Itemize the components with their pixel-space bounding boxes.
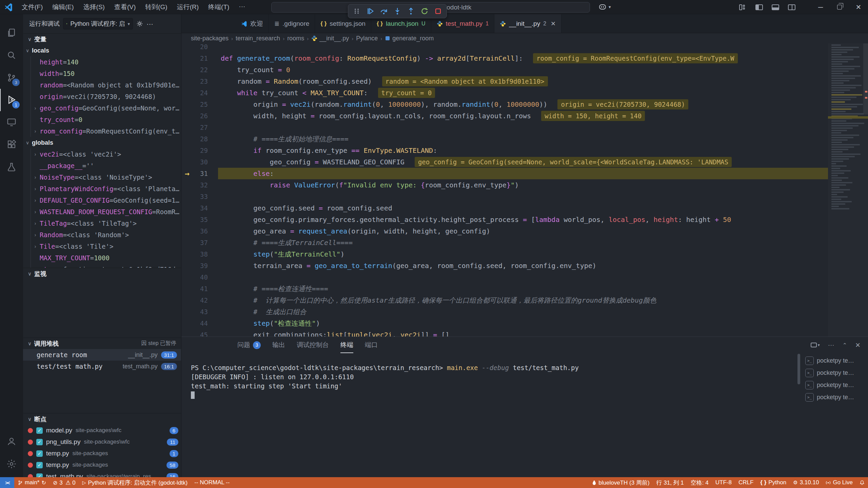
variable-row[interactable]: MAX_TRY_COUNT = 1000 [31, 252, 181, 264]
menu-item-1[interactable]: 编辑(E) [48, 1, 78, 13]
breadcrumb-item[interactable]: site-packages [191, 35, 229, 42]
breadcrumb[interactable]: site-packages›terrain_research›rooms›__i… [181, 33, 868, 43]
breadcrumb-item[interactable]: __init__.py [311, 35, 349, 42]
stop-button[interactable] [432, 5, 444, 17]
variable-row[interactable]: ›DEFAULT_GEO_CONFIG = GeoConfig(seed=1… [31, 195, 181, 206]
call-stack-frame[interactable]: test/test_math.pytest_math.py16:1 [23, 361, 181, 372]
minimize-button[interactable]: ─ [811, 0, 830, 14]
terminal-session-item[interactable]: >_pocketpy te… [803, 379, 866, 391]
status-braces-icon[interactable]: { }Python [757, 477, 790, 488]
activity-search[interactable] [0, 44, 23, 66]
watch-section-header[interactable]: ∨ 监视 [23, 268, 181, 279]
activity-files[interactable] [0, 22, 23, 44]
status----normal---[interactable]: -- NORMAL -- [191, 477, 233, 488]
status---31----1[interactable]: 行 31, 列 1 [653, 477, 687, 488]
activity-account[interactable] [0, 430, 23, 453]
status-python-env-icon[interactable]: ⚙3.10.10 [790, 477, 822, 488]
breakpoints-section-header[interactable]: ∨ 断点 [23, 413, 181, 425]
remote-indicator[interactable]: >< [0, 477, 14, 488]
activity-settings-gear[interactable] [0, 453, 23, 475]
status-debug-run-icon[interactable]: ▷Python 调试程序: 启动文件 (godot-ldtk) [79, 477, 191, 488]
step-over-button[interactable] [378, 5, 390, 17]
terminal[interactable]: PS C:\computer_science\godot-ldtk\site-p… [181, 353, 868, 477]
panel-tab-问题[interactable]: 问题3 [237, 337, 261, 353]
status-utf-8[interactable]: UTF-8 [712, 477, 735, 488]
tab-.gdignore[interactable]: ≣.gdignore [269, 14, 315, 33]
maximize-panel-icon[interactable]: ⌃ [843, 342, 847, 348]
tab-[interactable]: 欢迎 [236, 14, 269, 33]
toggle-sidebar-icon[interactable] [755, 4, 763, 10]
status-errors-warnings-icon[interactable]: ⊘3 ⚠ 0 [50, 477, 79, 488]
toggle-panel-icon[interactable] [772, 4, 779, 10]
toggle-secondary-sidebar-icon[interactable] [788, 4, 795, 10]
editor-gutter[interactable]: 202122232425262728293031→323334353637383… [181, 43, 218, 337]
minimap-slider[interactable] [863, 43, 868, 115]
panel-tab-终端[interactable]: 终端 [340, 337, 353, 353]
variable-row[interactable]: ›Random = <class 'Random'> [31, 229, 181, 241]
variable-row[interactable]: stop = <function stop at 0x1bf8cd716d [31, 264, 181, 268]
variable-row[interactable]: ›PlanetaryWindConfig = <class 'Planeta… [31, 183, 181, 195]
activity-testing[interactable] [0, 156, 23, 178]
status-crlf[interactable]: CRLF [735, 477, 757, 488]
variable-row[interactable]: ›WASTELAND_ROOM_REQUEST_CONFIG = RoomR… [31, 206, 181, 218]
terminal-session-item[interactable]: >_pocketpy te… [803, 391, 866, 403]
menu-item-7[interactable]: ··· [235, 1, 249, 13]
panel-tab-端口[interactable]: 端口 [365, 337, 378, 353]
menu-item-6[interactable]: 终端(T) [204, 1, 233, 13]
variable-row[interactable]: random = <Random object at 0x1bf9d01e… [31, 79, 181, 91]
close-button[interactable]: ✕ [849, 0, 868, 14]
continue-button[interactable] [364, 5, 376, 17]
customize-layout-icon[interactable] [739, 4, 747, 10]
variable-row[interactable]: ›room_config = RoomRequestConfig(env_t… [31, 125, 181, 137]
menu-item-2[interactable]: 选择(S) [79, 1, 109, 13]
more-actions-icon[interactable]: ··· [146, 20, 153, 28]
copilot-button[interactable]: ▾ [598, 3, 611, 11]
variable-row[interactable]: origin = vec2i(7205730, 9024468) [31, 91, 181, 102]
status-----4[interactable]: 空格: 4 [687, 477, 712, 488]
terminal-scrollbar[interactable] [797, 354, 800, 384]
breakpoint-row[interactable]: ✓png_utils.pysite-packages\wfc11 [23, 436, 181, 448]
activity-remote-explorer[interactable] [0, 111, 23, 134]
variable-scope-row[interactable]: ∨locals [23, 45, 181, 56]
breakpoint-row[interactable]: ✓temp.pysite-packages58 [23, 459, 181, 471]
variable-row[interactable]: ›vec2i = <class 'vec2i'> [31, 148, 181, 160]
breadcrumb-item[interactable]: generate_room [385, 35, 434, 42]
menu-item-0[interactable]: 文件(F) [18, 1, 47, 13]
terminal-session-item[interactable]: >_pocketpy te… [803, 354, 866, 367]
status-git-branch-icon[interactable]: main*↻ [14, 477, 50, 488]
variables-section-header[interactable]: ∨ 变量 [23, 33, 181, 45]
call-stack-frame[interactable]: generate_room__init__.py31:1 [23, 349, 181, 361]
breakpoint-checkbox[interactable]: ✓ [36, 462, 43, 468]
breakpoint-checkbox[interactable]: ✓ [36, 450, 43, 457]
status-bell-icon[interactable] [856, 477, 868, 488]
variable-row[interactable]: try_count = 0 [31, 114, 181, 125]
status-go-live-icon[interactable]: Go Live [822, 477, 856, 488]
panel-tab-调试控制台[interactable]: 调试控制台 [297, 337, 329, 353]
step-out-button[interactable] [405, 5, 417, 17]
terminal-session-item[interactable]: >_pocketpy te… [803, 367, 866, 379]
breadcrumb-item[interactable]: Pylance [356, 35, 378, 42]
minimap[interactable] [828, 43, 868, 337]
gear-icon[interactable] [136, 20, 143, 27]
panel-tab-输出[interactable]: 输出 [272, 337, 285, 353]
close-tab-icon[interactable]: ✕ [551, 20, 556, 27]
activity-extensions[interactable] [0, 134, 23, 156]
activity-source-control[interactable]: 3 [0, 66, 23, 89]
variable-row[interactable]: ›geo_config = GeoConfig(seed=None, wor… [31, 102, 181, 114]
menu-item-5[interactable]: 运行(R) [173, 1, 203, 13]
variable-row[interactable]: ›Tile = <class 'Tile'> [31, 241, 181, 252]
variable-row[interactable]: height = 140 [31, 56, 181, 68]
variable-row[interactable]: ›NoiseType = <class 'NoiseType'> [31, 171, 181, 183]
breakpoint-row[interactable]: ✓model.pysite-packages\wfc6 [23, 425, 181, 436]
breakpoint-checkbox[interactable]: ✓ [36, 427, 43, 434]
variable-row[interactable]: ›TileTag = <class 'TileTag'> [31, 218, 181, 229]
close-panel-icon[interactable]: ✕ [855, 341, 861, 349]
status-commit-author-icon[interactable]: blueloveTH (3 周前) [589, 477, 653, 488]
breakpoint-checkbox[interactable]: ✓ [36, 473, 43, 477]
breakpoint-checkbox[interactable]: ✓ [36, 439, 43, 445]
more-icon[interactable]: ··· [828, 341, 834, 349]
variable-scope-row[interactable]: ∨globals [23, 137, 181, 148]
debug-config-dropdown[interactable]: Python 调试程序: 启 ▾ [63, 18, 133, 29]
variable-row[interactable]: width = 150 [31, 68, 181, 79]
breadcrumb-item[interactable]: rooms [287, 35, 304, 42]
